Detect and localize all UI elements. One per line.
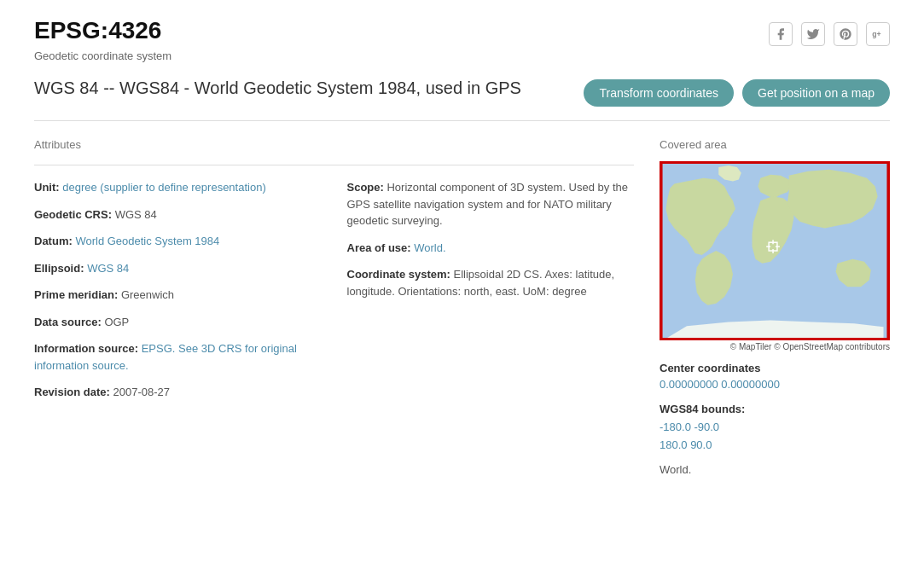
geodetic-crs-attribute: Geodetic CRS: WGS 84 xyxy=(34,206,322,223)
world-label: World. xyxy=(660,463,890,476)
map-attribution: © MapTiler © OpenStreetMap contributors xyxy=(660,342,890,351)
ellipsoid-value-link[interactable]: WGS 84 xyxy=(87,262,129,275)
pinterest-icon[interactable] xyxy=(834,22,857,46)
subtitle: Geodetic coordinate system xyxy=(34,49,890,62)
wgs84-bounds-values: -180.0 -90.0 180.0 90.0 xyxy=(660,419,890,455)
data-source-attribute: Data source: OGP xyxy=(34,314,322,331)
scope-attribute: Scope: Horizontal component of 3D system… xyxy=(347,179,635,229)
area-of-use-link[interactable]: World. xyxy=(414,241,445,254)
center-coordinates-label: Center coordinates xyxy=(660,362,890,374)
unit-attribute: Unit: degree (supplier to define represe… xyxy=(34,179,322,196)
prime-meridian-attribute: Prime meridian: Greenwich xyxy=(34,287,322,304)
page-title: WGS 84 -- WGS84 - World Geodetic System … xyxy=(34,76,521,100)
area-of-use-attribute: Area of use: World. xyxy=(347,240,635,257)
ellipsoid-attribute: Ellipsoid: WGS 84 xyxy=(34,260,322,277)
twitter-icon[interactable] xyxy=(801,22,825,46)
datum-value-link[interactable]: World Geodetic System 1984 xyxy=(75,235,219,247)
covered-area-title: Covered area xyxy=(660,138,890,151)
world-map[interactable] xyxy=(660,161,890,340)
get-position-map-button[interactable]: Get position on a map xyxy=(742,79,890,107)
datum-attribute: Datum: World Geodetic System 1984 xyxy=(34,233,322,250)
facebook-icon[interactable] xyxy=(769,22,793,46)
wgs84-bounds-label: WGS84 bounds: xyxy=(660,403,890,415)
transform-coordinates-button[interactable]: Transform coordinates xyxy=(584,79,734,107)
googleplus-icon[interactable]: g+ xyxy=(866,22,890,46)
coordinate-system-attribute: Coordinate system: Ellipsoidal 2D CS. Ax… xyxy=(347,266,635,299)
revision-date-attribute: Revision date: 2007-08-27 xyxy=(34,384,322,401)
epsg-title: EPSG:4326 xyxy=(34,17,161,44)
svg-text:g+: g+ xyxy=(872,30,880,38)
unit-value-link[interactable]: degree (supplier to define representatio… xyxy=(62,181,265,194)
attributes-section-title: Attributes xyxy=(34,138,634,151)
information-source-attribute: Information source: EPSG. See 3D CRS for… xyxy=(34,340,322,374)
center-coordinates-value: 0.00000000 0.00000000 xyxy=(660,378,890,391)
